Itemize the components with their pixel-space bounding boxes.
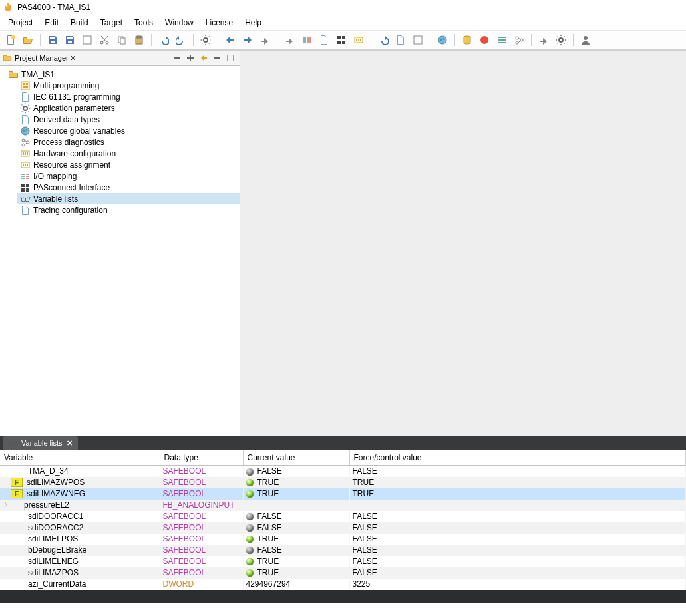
tree-item[interactable]: Application parameters bbox=[17, 102, 240, 114]
diag3-button[interactable] bbox=[333, 32, 349, 48]
cell-force[interactable]: FALSE bbox=[349, 556, 456, 567]
maximize-view-button[interactable] bbox=[224, 51, 237, 65]
refresh-button[interactable] bbox=[375, 32, 391, 48]
cell-variable[interactable]: sdiDOORACC1 bbox=[0, 511, 160, 522]
cell-variable[interactable]: sdiDOORACC2 bbox=[0, 522, 160, 534]
upload-button[interactable] bbox=[240, 32, 256, 48]
cell-force[interactable]: FALSE bbox=[349, 567, 456, 579]
download-button[interactable] bbox=[222, 32, 238, 48]
column-variable[interactable]: Variable bbox=[0, 450, 160, 466]
cell-force[interactable]: FALSE bbox=[349, 511, 456, 522]
build-button[interactable] bbox=[198, 32, 214, 48]
menu-window[interactable]: Window bbox=[160, 17, 199, 29]
open-button[interactable] bbox=[20, 32, 36, 48]
expand-icon[interactable]: 〉 bbox=[4, 500, 11, 510]
variable-lists-tab[interactable]: Variable lists ✕ bbox=[3, 436, 78, 450]
diag2-button[interactable] bbox=[316, 32, 332, 48]
cell-force[interactable]: FALSE bbox=[349, 522, 456, 534]
tree-item[interactable]: Tracing configuration bbox=[17, 204, 240, 216]
view2-button[interactable] bbox=[410, 32, 426, 48]
collapse-all-button[interactable] bbox=[170, 51, 184, 65]
tree-item[interactable]: Resource global variables bbox=[17, 125, 240, 136]
minimize-view-button[interactable] bbox=[210, 51, 224, 65]
cell-variable[interactable]: bDebugELBrake bbox=[0, 545, 160, 556]
table-row[interactable]: sdiLIMAZWNEGSAFEBOOLTRUETRUE bbox=[0, 488, 686, 500]
link-button[interactable] bbox=[281, 32, 297, 48]
globe-button[interactable] bbox=[434, 32, 450, 48]
table-row[interactable]: azi_CurrentDataDWORD42949672943225 bbox=[0, 579, 686, 590]
proc-button[interactable] bbox=[511, 32, 527, 48]
cell-variable[interactable]: TMA_D_34 bbox=[0, 466, 160, 477]
save-button[interactable] bbox=[45, 32, 61, 48]
expand-all-button[interactable] bbox=[184, 51, 197, 65]
print-button[interactable] bbox=[79, 32, 95, 48]
cell-force[interactable]: TRUE bbox=[349, 477, 456, 488]
table-row[interactable]: sdiDOORACC2SAFEBOOLFALSEFALSE bbox=[0, 522, 686, 534]
tree-item[interactable]: PASconnect Interface bbox=[17, 182, 240, 193]
cell-force[interactable]: FALSE bbox=[349, 466, 456, 477]
tree-item[interactable]: Hardware configuration bbox=[17, 148, 240, 159]
cell-force[interactable] bbox=[349, 500, 456, 511]
menu-project[interactable]: Project bbox=[3, 17, 38, 29]
view1-button[interactable] bbox=[393, 32, 409, 48]
cell-variable[interactable]: sdiLIMAZWNEG bbox=[0, 488, 160, 500]
diag1-button[interactable] bbox=[299, 32, 315, 48]
variable-name: sdiLIMAZPOS bbox=[28, 568, 79, 577]
table-row[interactable]: sdiLIMAZWPOSSAFEBOOLTRUETRUE bbox=[0, 477, 686, 488]
table-row[interactable]: bDebugELBrakeSAFEBOOLFALSEFALSE bbox=[0, 545, 686, 556]
column-current-value[interactable]: Current value bbox=[243, 450, 349, 466]
tree-root[interactable]: TMA_IS1 bbox=[5, 69, 240, 80]
paste-button[interactable] bbox=[131, 32, 147, 48]
menu-tools[interactable]: Tools bbox=[129, 17, 158, 29]
close-tab-button[interactable]: ✕ bbox=[67, 439, 73, 448]
cell-variable[interactable]: 〉pressureEL2 bbox=[0, 500, 160, 511]
new-button[interactable] bbox=[3, 32, 19, 48]
cell-variable[interactable]: sdiLIMELNEG bbox=[0, 556, 160, 567]
cell-variable[interactable]: sdiLIMELPOS bbox=[0, 534, 160, 545]
cell-variable[interactable]: sdiLIMAZPOS bbox=[0, 567, 160, 579]
table-row[interactable]: sdiLIMAZPOSSAFEBOOLTRUEFALSE bbox=[0, 567, 686, 579]
tree-item[interactable]: I/O mapping bbox=[17, 170, 240, 182]
table-row[interactable]: sdiLIMELNEGSAFEBOOLTRUEFALSE bbox=[0, 556, 686, 567]
menu-target[interactable]: Target bbox=[95, 17, 128, 29]
table-row[interactable]: sdiLIMELPOSSAFEBOOLTRUEFALSE bbox=[0, 534, 686, 545]
cell-force[interactable]: 3225 bbox=[349, 579, 456, 590]
menu-license[interactable]: License bbox=[200, 17, 238, 29]
tree-item[interactable]: Multi programming bbox=[17, 80, 240, 91]
misc1-button[interactable] bbox=[536, 32, 552, 48]
menu-edit[interactable]: Edit bbox=[39, 17, 64, 29]
cell-variable[interactable]: sdiLIMAZWPOS bbox=[0, 477, 160, 488]
link-editor-button[interactable] bbox=[197, 51, 210, 65]
misc2-button[interactable] bbox=[553, 32, 569, 48]
tree-item-label: Multi programming bbox=[33, 81, 99, 90]
tree-item[interactable]: IEC 61131 programming bbox=[17, 91, 240, 102]
menu-build[interactable]: Build bbox=[65, 17, 94, 29]
cell-force[interactable]: FALSE bbox=[349, 545, 456, 556]
table-row[interactable]: TMA_D_34SAFEBOOLFALSEFALSE bbox=[0, 466, 686, 477]
cut-button[interactable] bbox=[96, 32, 112, 48]
column-datatype[interactable]: Data type bbox=[160, 450, 243, 466]
cell-force[interactable]: TRUE bbox=[349, 488, 456, 500]
menu-help[interactable]: Help bbox=[240, 17, 267, 29]
redo-button[interactable] bbox=[173, 32, 189, 48]
db-button[interactable] bbox=[459, 32, 475, 48]
project-tree[interactable]: TMA_IS1 Multi programmingIEC 61131 progr… bbox=[0, 66, 240, 436]
stop-button[interactable] bbox=[476, 32, 492, 48]
user-button[interactable] bbox=[578, 32, 594, 48]
tree-item[interactable]: Resource assignment bbox=[17, 159, 240, 170]
column-force-value[interactable]: Force/control value bbox=[349, 450, 456, 466]
table-row[interactable]: 〉pressureEL2FB_ANALOGINPUT bbox=[0, 500, 686, 511]
online-button[interactable] bbox=[257, 32, 273, 48]
undo-button[interactable] bbox=[156, 32, 172, 48]
tree-item[interactable]: Variable lists bbox=[17, 193, 240, 204]
diag4-button[interactable] bbox=[351, 32, 367, 48]
copy-button[interactable] bbox=[114, 32, 130, 48]
tree-item[interactable]: Derived data types bbox=[17, 114, 240, 125]
user-icon bbox=[580, 35, 591, 45]
list-button[interactable] bbox=[494, 32, 510, 48]
table-row[interactable]: sdiDOORACC1SAFEBOOLFALSEFALSE bbox=[0, 511, 686, 522]
cell-force[interactable]: FALSE bbox=[349, 534, 456, 545]
tree-item[interactable]: Process diagnostics bbox=[17, 136, 240, 148]
cell-variable[interactable]: azi_CurrentData bbox=[0, 579, 160, 590]
saveall-button[interactable] bbox=[62, 32, 78, 48]
